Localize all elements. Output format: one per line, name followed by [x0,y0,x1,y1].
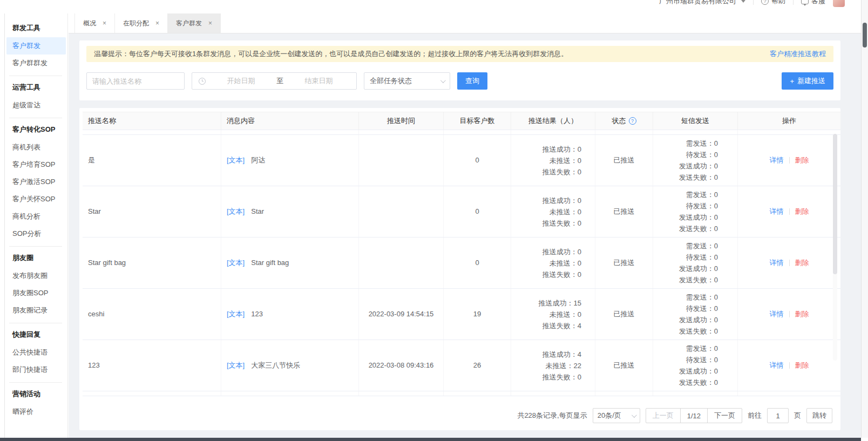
next-page-button[interactable]: 下一页 [708,409,742,423]
push-name-cell: 123 [83,340,221,391]
sidebar-section-title: 群发工具 [5,19,67,37]
detail-link[interactable]: 详情 [770,155,784,166]
divider [789,260,790,266]
detail-link[interactable]: 详情 [770,257,784,268]
prev-page-button[interactable]: 上一页 [646,409,680,423]
message-content-cell: [文本] 大家三八节快乐 [221,340,359,391]
sidebar-item[interactable]: 商机分析 [5,208,67,225]
divider [789,311,790,317]
delete-link[interactable]: 删除 [795,257,809,268]
message-content-cell: [文本] Star gift bag [221,238,359,288]
start-date-placeholder: 开始日期 [210,76,272,86]
table-row: Star gift bag [文本] Star gift bag 0 推送成功：… [83,238,840,289]
push-time-cell [359,186,444,237]
tab-0[interactable]: 概况 × [74,13,115,33]
column-header: 状态? [595,112,653,130]
sidebar-item[interactable]: 公共快捷语 [5,344,67,361]
close-icon[interactable]: × [103,19,106,27]
divider [9,118,62,118]
close-icon[interactable]: × [155,19,159,27]
help-link[interactable]: ? 帮助 [761,0,785,6]
divider [9,323,62,323]
text-type-tag[interactable]: [文本] [227,155,245,166]
sidebar-item[interactable]: 部门快捷语 [5,361,67,378]
divider [9,76,62,76]
push-table-card: 推送名称 消息内容 推送时间 目标客户数 推送结果（人） 状态? 短信发送 操作… [79,108,840,430]
push-result-cell: 推送成功：0 未推送：0 推送失败：0 [511,238,595,288]
record-count: 共228条记录,每页显示 [517,411,587,420]
push-name-cell: Star gift bag [83,238,221,288]
vertical-scrollbar[interactable] [861,0,868,438]
target-count-cell: 0 [444,238,511,288]
question-circle-icon[interactable]: ? [629,117,636,125]
pagination: 共228条记录,每页显示 20条/页 上一页 1/12 下一页 前往 页 跳转 [517,408,832,423]
partial-row [83,130,840,135]
sidebar-item[interactable]: 超级雷达 [5,97,67,114]
sidebar-item[interactable]: 朋友圈记录 [5,302,67,319]
avatar[interactable] [833,0,845,7]
jump-button[interactable]: 跳转 [806,408,832,423]
push-result-cell: 推送成功：15 未推送：0 推送失败：4 [511,289,595,340]
chat-bubble-icon [801,0,809,4]
text-type-tag[interactable]: [文本] [227,257,245,268]
sms-cell: 需发送：0 待发送：0 发送成功：0 发送失败：0 [653,289,738,340]
close-icon[interactable]: × [208,19,212,27]
message-content-cell: [文本] 123 [221,289,359,340]
sms-cell: 需发送：0 待发送：0 发送成功：0 发送失败：0 [653,238,738,288]
sidebar-item[interactable]: 商机列表 [5,139,67,156]
search-button[interactable]: 查询 [457,72,487,90]
company-switcher[interactable]: 广州市瑞群贸易有限公司 [659,0,745,6]
status-cell: 已推送 [595,238,653,288]
push-result-cell: 推送成功：0 未推送：0 推送失败：0 [511,135,595,186]
top-header-bar: 广州市瑞群贸易有限公司 ? 帮助 客服 [0,0,861,13]
push-name-input[interactable] [86,72,185,90]
tab-2[interactable]: 客户群发 × [168,13,221,33]
actions-cell: 详情 删除 [738,289,840,340]
table-scrollbar[interactable] [833,134,837,361]
detail-link[interactable]: 详情 [770,309,784,320]
delete-link[interactable]: 删除 [795,206,809,217]
task-status-select[interactable]: 全部任务状态 [364,72,450,90]
page-size-select[interactable]: 20条/页 [593,408,640,423]
sidebar-item[interactable]: 发布朋友圈 [5,267,67,284]
sidebar-item[interactable]: SOP分析 [5,225,67,242]
delete-link[interactable]: 删除 [795,155,809,166]
horizontal-scrollbar[interactable] [0,438,861,441]
create-push-button[interactable]: + 新建推送 [782,72,833,90]
push-name-cell: Star [83,186,221,237]
actions-cell: 详情 删除 [738,135,840,186]
sidebar-item[interactable]: 客户关怀SOP [5,191,67,208]
tab-1[interactable]: 在职分配 × [115,13,168,33]
text-type-tag[interactable]: [文本] [227,309,245,320]
text-type-tag[interactable]: [文本] [227,206,245,217]
scrollbar-thumb[interactable] [863,23,867,48]
detail-link[interactable]: 详情 [770,360,784,371]
date-range-picker[interactable]: 开始日期 至 结束日期 [192,72,357,90]
column-header: 推送时间 [359,112,444,130]
sms-cell: 需发送：0 待发送：0 发送成功：0 发送失败：0 [653,135,738,186]
column-header: 目标客户数 [444,112,511,130]
sidebar-item[interactable]: 客户群发 [6,37,66,55]
divider [9,382,62,383]
sidebar-item[interactable]: 客户群群发 [5,55,67,72]
sidebar-section-title: 营销活动 [5,385,67,403]
target-count-cell: 0 [444,186,511,237]
actions-cell: 详情 删除 [738,238,840,288]
sidebar-item[interactable]: 客户培育SOP [5,156,67,173]
delete-link[interactable]: 删除 [795,309,809,320]
service-link[interactable]: 客服 [801,0,825,6]
goto-label: 前往 [748,411,762,420]
table-row: 123 [文本] 大家三八节快乐 2022-03-08 09:43:16 26 … [83,340,840,391]
sidebar-item[interactable]: 客户激活SOP [5,173,67,191]
delete-link[interactable]: 删除 [795,360,809,371]
goto-unit: 页 [794,411,801,420]
push-name-cell: 是 [83,135,221,186]
pager: 上一页 1/12 下一页 [646,408,742,423]
tutorial-link[interactable]: 客户精准推送教程 [770,49,826,59]
text-type-tag[interactable]: [文本] [227,360,245,371]
sidebar-item[interactable]: 晒评价 [5,403,67,420]
goto-page-input[interactable] [767,408,789,423]
sidebar-item[interactable]: 朋友圈SOP [5,284,67,302]
chevron-down-icon [440,78,446,83]
detail-link[interactable]: 详情 [770,206,784,217]
